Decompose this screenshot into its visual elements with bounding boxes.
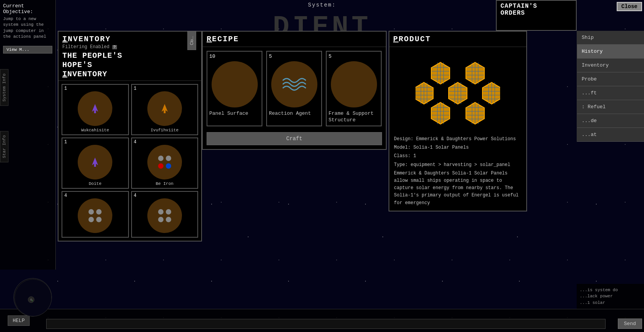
inventory-header: INVENTORY Filtering Enabled ? THE PEOPLE… (58, 32, 201, 81)
captains-orders-panel: CAPTAIN'SORDERS (496, 0, 577, 31)
item-icon-ivufihviite (147, 91, 182, 126)
recipe-title: RECIPE (207, 35, 382, 44)
item-icon-unknown1 (78, 198, 112, 233)
close-window-button[interactable]: Close (617, 2, 642, 11)
recipe-item-frame-support[interactable]: 5 Frame & Support Structure (326, 51, 382, 126)
inventory-panel: Clo... INVENTORY Filtering Enabled ? THE… (58, 31, 202, 241)
ship-name: THE PEOPLE'SHOPE'SINVENTORY (62, 51, 197, 79)
product-title: PRODUCT (393, 35, 522, 44)
recipe-panel: Clo... RECIPE 10 Panel Surface 5 (202, 31, 387, 150)
item-icon-wukcahisite (78, 91, 112, 126)
sidebar-inventory-button[interactable]: Inventory (577, 59, 644, 72)
item-name-ivufihviite: Ivufihviite (134, 128, 196, 132)
recipe-icon-panel-surface (212, 61, 258, 107)
bottom-area: HELP Send (0, 309, 644, 332)
recipe-items-container: 10 Panel Surface 5 Reactio (203, 47, 386, 130)
close-recipe-button[interactable]: Clo... (187, 31, 196, 50)
item-icon-be-iron (147, 145, 182, 179)
recipe-name-frame-support: Frame & Support Structure (329, 111, 379, 124)
sidebar-refuel-button[interactable]: : Refuel (577, 100, 644, 114)
svg-point-71 (30, 298, 32, 301)
solar-panel-svg (415, 55, 500, 132)
recipe-item-panel-surface[interactable]: 10 Panel Surface (207, 51, 262, 126)
help-button[interactable]: HELP (8, 315, 30, 326)
item-name-be-iron: Be Iron (134, 181, 196, 186)
solar-panel-display (389, 47, 526, 136)
filtering-enabled-label: Filtering Enabled ? (62, 44, 197, 50)
item-name-wukcahisite: Wukcahisite (64, 128, 126, 132)
mini-map (13, 278, 52, 317)
inventory-item[interactable]: 1 Ivufihviite (131, 84, 199, 135)
svg-point-72 (32, 300, 33, 301)
inventory-item[interactable]: 4 (62, 191, 129, 238)
objective-title: Current Objective: (3, 3, 52, 15)
objective-text: Jump to a new system using the jump comp… (3, 16, 52, 40)
recipe-header: RECIPE (203, 32, 386, 47)
recipe-name-reaction-agent: Reaction Agent (269, 111, 319, 117)
product-description: Design: Emmerick & Daughters Power Solut… (389, 136, 526, 207)
star-info-label: Star Info (0, 131, 8, 162)
recipe-icon-reaction-agent (271, 61, 317, 107)
sidebar-ship-button[interactable]: Ship (577, 31, 644, 45)
sidebar-trade-button[interactable]: ...de (577, 114, 644, 128)
inventory-item[interactable]: 1 Doite (62, 137, 129, 189)
inventory-grid: 1 Wukcahisite 1 Ivufihv (58, 81, 201, 241)
recipe-item-reaction-agent[interactable]: 5 Reaction Agent (266, 51, 322, 126)
recipe-icon-frame-support (331, 61, 377, 107)
recipe-name-panel-surface: Panel Surface (209, 111, 260, 117)
sidebar-probe-button[interactable]: Probe (577, 72, 644, 86)
captains-orders-title: CAPTAIN'SORDERS (501, 3, 572, 17)
chat-input[interactable] (46, 319, 606, 329)
main-container: System: Close DIENT CAPTAIN'SORDERS Curr… (0, 0, 644, 332)
sidebar-craft-button[interactable]: ...ft (577, 86, 644, 100)
inventory-item[interactable]: 1 Wukcahisite (62, 84, 129, 135)
inventory-item[interactable]: 4 Be Iron (131, 137, 199, 189)
item-name-doite: Doite (64, 181, 126, 186)
item-icon-doite (78, 145, 112, 179)
inventory-title: INVENTORY (62, 35, 197, 44)
view-map-button[interactable]: View M... (3, 46, 52, 54)
craft-button[interactable]: Craft (207, 132, 382, 145)
sidebar-history-button[interactable]: History (577, 45, 644, 59)
inventory-item[interactable]: 4 (131, 191, 199, 238)
svg-rect-3 (164, 109, 165, 113)
product-header: PRODUCT (389, 32, 526, 47)
right-sidebar: Ship History Inventory Probe ...ft : Ref… (577, 31, 644, 142)
svg-rect-5 (94, 163, 96, 167)
item-icon-unknown2 (147, 198, 182, 233)
side-text-right: ...is system do ...lack power ...1 solar (577, 284, 644, 309)
system-info-label: System Info (0, 69, 8, 106)
sidebar-combat-button[interactable]: ...at (577, 128, 644, 142)
svg-rect-1 (94, 109, 96, 113)
system-title: System: (308, 2, 336, 8)
product-panel: PRODUCT (389, 31, 527, 211)
send-button[interactable]: Send (618, 319, 642, 329)
